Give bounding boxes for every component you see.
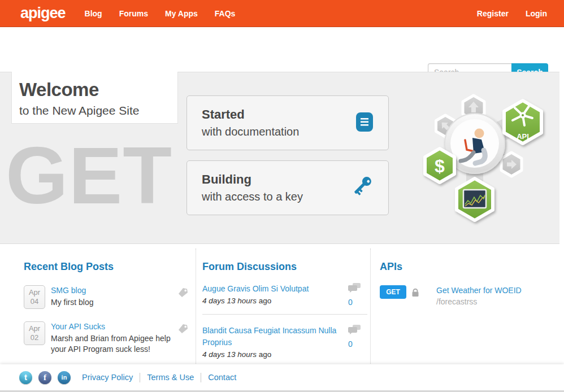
apis-column: APIs GET Get Weather for WOEID /forecast…	[380, 244, 549, 306]
analytics-hex-glyph	[463, 190, 486, 208]
terms-link[interactable]: Terms & Use	[147, 373, 194, 382]
apigee-portal-page: apigee Blog Forums My Apps FAQs Register…	[0, 0, 564, 392]
nav-item-my-apps[interactable]: My Apps	[165, 9, 198, 18]
lock-icon	[411, 288, 420, 299]
auth-nav: Register Login	[477, 9, 547, 18]
column-divider	[196, 249, 196, 375]
api-path: /forecastrss	[436, 297, 522, 306]
forum-heading: Forum Discussions	[202, 261, 367, 273]
forum-timestamp: 4 days 13 hours ago	[202, 297, 342, 305]
reply-count-link[interactable]: 0	[348, 298, 363, 307]
facebook-icon[interactable]: f	[38, 371, 51, 384]
blog-heading: Recent Blog Posts	[24, 261, 189, 273]
welcome-box: Welcome to the New Apigee Site	[11, 72, 178, 124]
welcome-subtitle: to the New Apigee Site	[19, 104, 177, 117]
forum-topic-link[interactable]: Augue Gravis Olim Si Volutpat	[202, 284, 309, 293]
key-icon	[349, 173, 374, 203]
comments-icon	[347, 285, 362, 295]
svg-text:API: API	[517, 132, 529, 141]
divider	[201, 373, 201, 382]
contact-link[interactable]: Contact	[208, 373, 236, 382]
nav-item-forums[interactable]: Forums	[119, 9, 148, 18]
nav-item-blog[interactable]: Blog	[85, 9, 102, 18]
divider	[140, 373, 140, 382]
social-links: t f in	[19, 371, 71, 384]
blog-post-summary: Marsh and Brian from Apigee help your AP…	[51, 333, 172, 355]
primary-nav: Blog Forums My Apps FAQs	[85, 9, 477, 18]
document-icon	[355, 111, 374, 135]
forum-timestamp: 4 days 13 hours ago	[202, 350, 342, 359]
nav-item-faqs[interactable]: FAQs	[215, 9, 236, 18]
api-ecosystem-illustration: API $	[415, 88, 551, 235]
tag-icon	[177, 323, 189, 337]
card-title: Started	[202, 107, 245, 121]
card-subtitle: with documentation	[202, 125, 355, 138]
card-subtitle: with access to a key	[202, 190, 349, 203]
page-footer: t f in Privacy Policy Terms & Use Contac…	[0, 364, 564, 392]
blog-post-summary: My first blog	[51, 297, 93, 308]
card-title: Building	[202, 172, 251, 186]
date-badge: Apr 02	[24, 321, 45, 345]
forum-topic-link[interactable]: Blandit Causa Feugiat Incassum Nulla Pro…	[202, 326, 336, 346]
comments-icon	[347, 327, 362, 337]
forum-topic: Blandit Causa Feugiat Incassum Nulla Pro…	[202, 325, 367, 359]
twitter-icon[interactable]: t	[19, 371, 32, 384]
linkedin-icon[interactable]: in	[58, 371, 71, 384]
get-watermark: GET	[6, 136, 172, 216]
blog-post: Apr 04 SMG blog My first blog	[24, 285, 189, 309]
dollar-hex-glyph: $	[435, 156, 445, 176]
blog-post-link[interactable]: SMG blog	[51, 286, 86, 295]
get-method-badge[interactable]: GET	[380, 285, 406, 299]
apigee-logo[interactable]: apigee	[20, 5, 66, 22]
tag-icon	[177, 286, 189, 300]
register-link[interactable]: Register	[477, 9, 509, 18]
forum-topic: Augue Gravis Olim Si Volutpat 4 days 13 …	[202, 283, 367, 305]
divider	[202, 314, 367, 315]
api-link[interactable]: Get Weather for WOEID	[436, 286, 522, 295]
recent-blog-posts-column: Recent Blog Posts Apr 04 SMG blog My fir…	[24, 244, 189, 355]
reply-count-link[interactable]: 0	[348, 339, 363, 349]
top-nav-bar: apigee Blog Forums My Apps FAQs Register…	[0, 0, 564, 27]
api-method-row: GET Get Weather for WOEID /forecastrss	[380, 285, 549, 306]
get-started-card[interactable]: Started with documentation	[186, 95, 389, 150]
apis-heading: APIs	[380, 261, 549, 273]
privacy-policy-link[interactable]: Privacy Policy	[82, 373, 133, 382]
welcome-title: Welcome	[19, 79, 177, 101]
footer-links: Privacy Policy Terms & Use Contact	[82, 373, 236, 382]
login-link[interactable]: Login	[526, 9, 547, 18]
content-area: Recent Blog Posts Apr 04 SMG blog My fir…	[0, 244, 564, 364]
blog-post: Apr 02 Your API Sucks Marsh and Brian fr…	[24, 321, 189, 355]
search-band: Search	[0, 27, 564, 72]
blog-post-link[interactable]: Your API Sucks	[51, 322, 105, 331]
date-badge: Apr 04	[24, 285, 45, 309]
column-divider	[370, 249, 371, 375]
get-building-card[interactable]: Building with access to a key	[186, 160, 389, 215]
hero-section: Welcome to the New Apigee Site GET Start…	[0, 72, 559, 244]
